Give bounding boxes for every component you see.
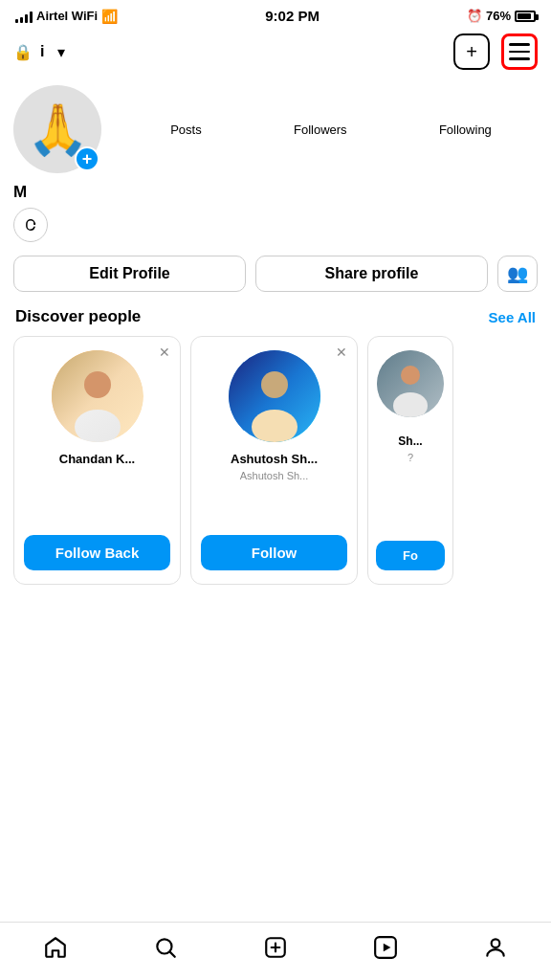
avatar-add-button[interactable]: + <box>75 146 99 171</box>
svg-point-17 <box>492 939 500 947</box>
follow-button-3[interactable]: Fo <box>376 541 445 570</box>
home-icon <box>43 935 68 964</box>
nav-create[interactable] <box>252 932 299 967</box>
top-nav: 🔒 i ▾ + <box>0 28 551 78</box>
battery-icon <box>515 11 536 22</box>
card-1-name: Chandan K... <box>24 452 170 466</box>
menu-button[interactable] <box>501 33 538 70</box>
info-icon: i <box>40 43 44 60</box>
card-3-avatar <box>377 350 444 417</box>
create-icon <box>263 935 288 964</box>
discover-header: Discover people See All <box>13 307 538 336</box>
nav-profile[interactable] <box>472 932 519 967</box>
person-card-3: Sh... ? Fo <box>367 336 453 585</box>
card-1-close-button[interactable]: ✕ <box>159 345 170 360</box>
action-buttons: Edit Profile Share profile 👥 <box>13 256 538 292</box>
svg-point-8 <box>401 366 420 385</box>
following-label: Following <box>439 122 492 137</box>
svg-point-2 <box>84 371 111 398</box>
svg-point-0 <box>33 223 35 225</box>
see-all-button[interactable]: See All <box>489 309 536 325</box>
svg-line-11 <box>170 952 175 957</box>
status-time: 9:02 PM <box>265 8 320 24</box>
people-cards-row: ✕ <box>13 336 538 585</box>
nav-home[interactable] <box>32 932 79 967</box>
share-profile-button[interactable]: Share profile <box>255 256 488 292</box>
card-2-subtitle: Ashutosh Sh... <box>201 470 347 485</box>
status-bar: Airtel WiFi 📶 9:02 PM ⏰ 76% <box>0 0 551 28</box>
bottom-nav <box>0 922 551 980</box>
wifi-icon: 📶 <box>101 9 118 24</box>
battery-percent: 76% <box>486 9 511 23</box>
card-3-subtitle: ? <box>376 452 445 465</box>
follow-back-button-1[interactable]: Follow Back <box>24 535 170 570</box>
nav-left: 🔒 i ▾ <box>13 43 65 61</box>
discover-people-button[interactable]: 👥 <box>497 256 538 292</box>
chevron-down-icon[interactable]: ▾ <box>57 43 65 61</box>
lock-icon: 🔒 <box>13 43 33 61</box>
follow-button-2[interactable]: Follow <box>201 535 347 570</box>
card-2-avatar <box>229 350 320 442</box>
card-2-close-button[interactable]: ✕ <box>336 345 347 360</box>
following-stat[interactable]: Following <box>439 122 492 137</box>
card-3-name: Sh... <box>376 434 445 448</box>
profile-section: 🙏 + Posts Followers Following <box>0 78 551 585</box>
search-icon <box>153 935 178 964</box>
svg-point-5 <box>261 371 288 398</box>
people-icon: 👥 <box>507 263 528 284</box>
card-1-subtitle <box>24 470 170 485</box>
add-content-button[interactable]: + <box>453 33 490 70</box>
nav-reels[interactable] <box>362 932 409 967</box>
posts-label: Posts <box>170 122 202 137</box>
followers-stat[interactable]: Followers <box>294 122 347 137</box>
person-card-2: ✕ Ashu <box>190 336 358 585</box>
person-card-1: ✕ <box>13 336 181 585</box>
edit-profile-button[interactable]: Edit Profile <box>13 256 246 292</box>
card-1-avatar <box>52 350 143 442</box>
profile-avatar-wrap[interactable]: 🙏 + <box>13 85 101 173</box>
profile-name: M <box>13 183 538 202</box>
profile-icon <box>483 935 508 964</box>
profile-stats-row: Posts Followers Following <box>124 122 538 137</box>
svg-marker-16 <box>384 944 391 952</box>
alarm-icon: ⏰ <box>467 9 482 23</box>
reels-icon <box>373 935 398 964</box>
carrier-label: Airtel WiFi <box>36 9 98 23</box>
signal-icon <box>15 10 33 23</box>
threads-badge[interactable] <box>13 208 48 242</box>
nav-search[interactable] <box>142 932 189 967</box>
card-2-name: Ashutosh Sh... <box>201 452 347 466</box>
hamburger-icon <box>509 43 530 60</box>
followers-label: Followers <box>294 122 347 137</box>
discover-title: Discover people <box>15 307 141 326</box>
posts-stat[interactable]: Posts <box>170 122 202 137</box>
nav-right: + <box>453 33 538 70</box>
